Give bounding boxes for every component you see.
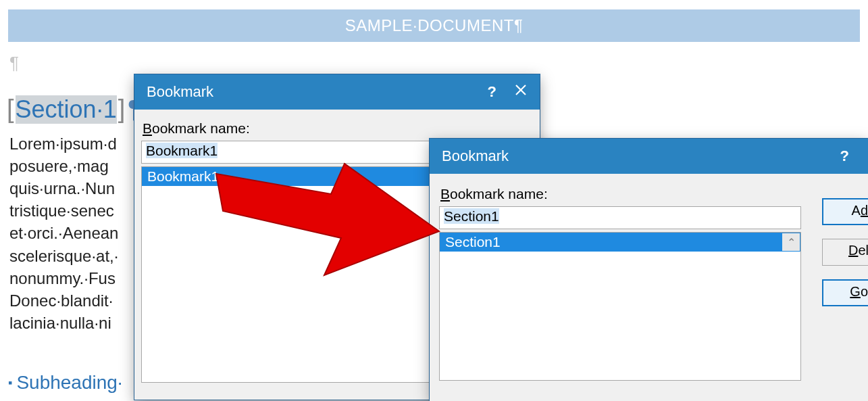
scroll-up-arrow-icon[interactable]: ⌃ bbox=[782, 233, 800, 251]
help-button[interactable]: ? bbox=[488, 83, 496, 101]
dialog-titlebar[interactable]: Bookmark ? bbox=[430, 139, 868, 174]
close-button[interactable] bbox=[514, 83, 528, 101]
subheading-bullet-icon: ▪ bbox=[8, 376, 12, 390]
dialog-title-text: Bookmark bbox=[147, 83, 213, 101]
bookmark-dialog-after: Bookmark ? Bookmark name: Section1 Secti… bbox=[430, 139, 868, 401]
subheading: ▪ Subheading· bbox=[8, 372, 123, 394]
bookmark-close-bracket: ] bbox=[117, 95, 127, 124]
subheading-text: Subheading· bbox=[16, 372, 122, 394]
input-text-selected: Section1 bbox=[444, 208, 499, 224]
dialog-titlebar[interactable]: Bookmark ? bbox=[134, 74, 540, 110]
bookmark-name-input[interactable]: Section1 bbox=[439, 206, 801, 229]
doc-title-bar: SAMPLE·DOCUMENT¶ bbox=[8, 9, 860, 42]
pilcrow-mark: ¶ bbox=[9, 53, 19, 74]
dialog-buttons: Ad Del Go bbox=[822, 198, 868, 306]
add-button[interactable]: Ad bbox=[822, 198, 868, 225]
list-item[interactable]: Section1 bbox=[440, 233, 800, 252]
help-button[interactable]: ? bbox=[840, 147, 849, 165]
input-text-selected: Bookmark1 bbox=[146, 143, 218, 158]
goto-button[interactable]: Go bbox=[822, 279, 868, 306]
doc-title-text: SAMPLE·DOCUMENT¶ bbox=[345, 16, 524, 35]
section-heading: [ Section·1 ] ¶ bbox=[5, 95, 141, 124]
bookmark-open-bracket: [ bbox=[5, 95, 16, 124]
dialog-title-text: Bookmark bbox=[442, 147, 509, 165]
bookmark-name-label: Bookmark name: bbox=[440, 186, 859, 202]
bookmark-name-label: Bookmark name: bbox=[143, 120, 533, 137]
delete-button[interactable]: Del bbox=[822, 239, 868, 266]
bookmark-listbox[interactable]: Section1 ⌃ bbox=[439, 232, 801, 381]
close-icon bbox=[514, 83, 528, 97]
section-heading-text: Section·1 bbox=[16, 95, 117, 124]
